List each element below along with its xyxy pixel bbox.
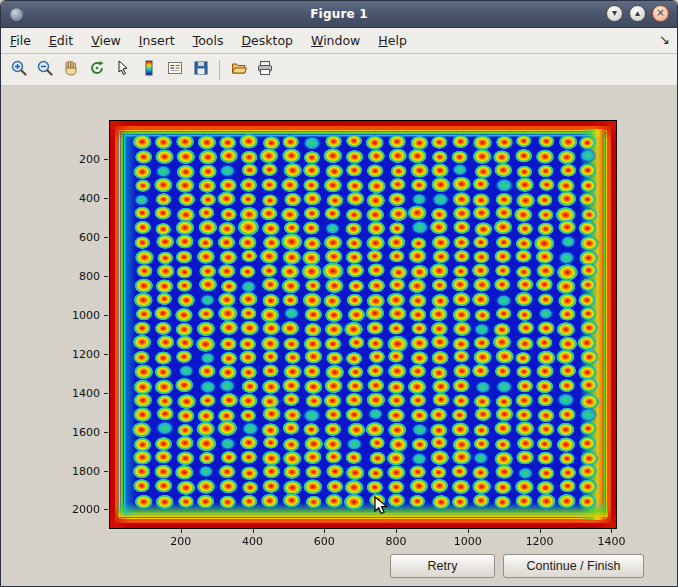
- x-tick-mark: [468, 529, 469, 533]
- y-tick-label: 1600: [72, 425, 100, 438]
- x-tick-label: 400: [242, 535, 263, 548]
- open-folder-icon: [230, 59, 248, 81]
- insert-colorbar-button[interactable]: [137, 58, 160, 81]
- data-cursor-button[interactable]: [111, 58, 134, 81]
- x-tick-label: 800: [386, 535, 407, 548]
- x-tick-label: 600: [314, 535, 335, 548]
- x-tick-mark: [396, 529, 397, 533]
- y-tick-mark: [104, 471, 108, 472]
- zoom-out-button[interactable]: [33, 58, 56, 81]
- y-tick-label: 800: [79, 269, 100, 282]
- zoom-out-icon: [36, 59, 54, 81]
- pan-button[interactable]: [59, 58, 82, 81]
- data-cursor-icon: [114, 59, 132, 81]
- y-tick-label: 1800: [72, 464, 100, 477]
- y-tick-label: 400: [79, 191, 100, 204]
- axes-box: [109, 120, 617, 529]
- y-tick-mark: [104, 354, 108, 355]
- figure-canvas-area: Retry Continue / Finish 2004006008001000…: [2, 85, 676, 585]
- y-tick-label: 200: [79, 152, 100, 165]
- x-tick-label: 1200: [526, 535, 554, 548]
- figure-toolbar: [1, 54, 677, 86]
- x-tick-mark: [253, 529, 254, 533]
- x-tick-label: 1400: [597, 535, 625, 548]
- printer-icon: [256, 59, 274, 81]
- window-menu-icon[interactable]: [10, 8, 23, 21]
- y-tick-mark: [104, 276, 108, 277]
- x-tick-label: 1000: [454, 535, 482, 548]
- y-tick-mark: [104, 237, 108, 238]
- maximize-button[interactable]: ▴: [629, 5, 646, 22]
- menu-desktop[interactable]: Desktop: [232, 30, 302, 51]
- y-tick-mark: [104, 159, 108, 160]
- y-tick-mark: [104, 393, 108, 394]
- save-figure-button[interactable]: [189, 58, 212, 81]
- y-tick-label: 600: [79, 230, 100, 243]
- menu-edit[interactable]: Edit: [40, 30, 82, 51]
- window-controls: ▾ ▴ ×: [606, 5, 669, 22]
- pan-hand-icon: [62, 59, 80, 81]
- menubar: File Edit View Insert Tools Desktop Wind…: [1, 28, 677, 54]
- y-tick-label: 1400: [72, 386, 100, 399]
- x-tick-mark: [181, 529, 182, 533]
- y-tick-mark: [104, 198, 108, 199]
- x-tick-mark: [324, 529, 325, 533]
- y-tick-mark: [104, 315, 108, 316]
- zoom-in-icon: [10, 59, 28, 81]
- y-tick-mark: [104, 509, 108, 510]
- menu-file[interactable]: File: [1, 30, 40, 51]
- menu-window[interactable]: Window: [302, 30, 369, 51]
- titlebar[interactable]: Figure 1 ▾ ▴ ×: [1, 1, 677, 28]
- menu-tools[interactable]: Tools: [184, 30, 233, 51]
- figure-window: Figure 1 ▾ ▴ × File Edit View Insert Too…: [0, 0, 678, 587]
- dock-figure-icon[interactable]: ↘: [659, 32, 670, 47]
- menu-view[interactable]: View: [82, 30, 130, 51]
- legend-icon: [166, 59, 184, 81]
- rotate-3d-button[interactable]: [85, 58, 108, 81]
- y-tick-label: 1000: [72, 308, 100, 321]
- x-tick-label: 200: [170, 535, 191, 548]
- y-tick-mark: [104, 432, 108, 433]
- close-button[interactable]: ×: [652, 5, 669, 22]
- rotate-3d-icon: [88, 59, 106, 81]
- menu-help[interactable]: Help: [369, 30, 416, 51]
- insert-legend-button[interactable]: [163, 58, 186, 81]
- print-figure-button[interactable]: [253, 58, 276, 81]
- shade-button[interactable]: ▾: [606, 5, 623, 22]
- toolbar-separator: [219, 60, 220, 80]
- window-title: Figure 1: [1, 7, 677, 21]
- continue-finish-button[interactable]: Continue / Finish: [503, 554, 644, 578]
- y-tick-label: 1200: [72, 347, 100, 360]
- figure-image[interactable]: [110, 121, 616, 528]
- menu-insert[interactable]: Insert: [130, 30, 184, 51]
- x-tick-mark: [611, 529, 612, 533]
- retry-button[interactable]: Retry: [390, 554, 495, 578]
- open-file-button[interactable]: [227, 58, 250, 81]
- x-tick-mark: [540, 529, 541, 533]
- save-icon: [192, 59, 210, 81]
- zoom-in-button[interactable]: [7, 58, 30, 81]
- y-tick-label: 2000: [72, 503, 100, 516]
- colorbar-icon: [140, 59, 158, 81]
